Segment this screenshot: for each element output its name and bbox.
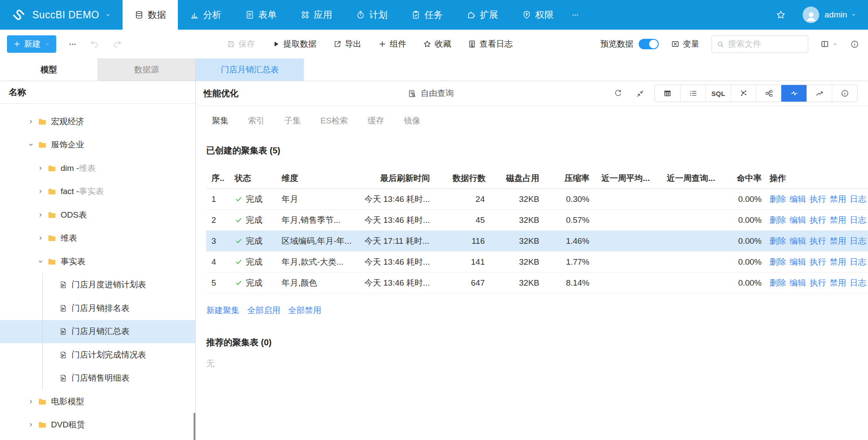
nav-tab-task[interactable]: 任务: [399, 0, 455, 30]
search-box[interactable]: [711, 35, 808, 53]
new-button[interactable]: 新建: [7, 35, 56, 53]
layout-switch-button[interactable]: [820, 40, 838, 48]
row-action-link[interactable]: 删除: [769, 235, 786, 247]
row-action-link[interactable]: 禁用: [830, 235, 846, 247]
info-view-button[interactable]: [832, 85, 857, 102]
preview-data-toggle[interactable]: [639, 39, 659, 49]
row-action-link[interactable]: 执行: [810, 277, 826, 289]
nav-tab-form[interactable]: 表单: [233, 0, 289, 30]
search-icon: [716, 40, 725, 48]
tree-item-label: 维表: [61, 232, 77, 244]
subtab-1[interactable]: 索引: [248, 115, 265, 126]
row-action-link[interactable]: 日志: [850, 256, 866, 268]
row-action-link[interactable]: 编辑: [790, 256, 806, 268]
row-action-link[interactable]: 日志: [850, 235, 866, 247]
subtab-4[interactable]: 缓存: [368, 115, 384, 126]
subtab-0[interactable]: 聚集: [212, 115, 228, 126]
list-view-button[interactable]: [680, 85, 705, 102]
relation-view-button[interactable]: [756, 85, 781, 102]
row-action-link[interactable]: 删除: [769, 194, 786, 205]
status-label: 完成: [246, 235, 262, 247]
nav-tab-extension[interactable]: 扩展: [455, 0, 510, 30]
footer-link-0[interactable]: 新建聚集: [206, 304, 239, 317]
sql-view-button[interactable]: SQL: [705, 85, 731, 102]
graph-view-button[interactable]: [731, 85, 756, 102]
footer-link-1[interactable]: 全部启用: [247, 304, 280, 317]
tree-folder[interactable]: 服饰企业: [0, 133, 195, 157]
extract-data-button[interactable]: 提取数据: [272, 38, 317, 50]
redo-button[interactable]: [112, 39, 122, 49]
row-action-link[interactable]: 日志: [850, 194, 866, 205]
tree-item-label: 事实表: [61, 256, 85, 267]
view-log-button[interactable]: 查看日志: [468, 38, 513, 50]
tree-leaf[interactable]: 门店计划完成情况表: [0, 343, 195, 367]
tree-leaf[interactable]: 门店月销汇总表: [0, 320, 195, 344]
tree-leaf[interactable]: 门店销售明细表: [0, 367, 195, 390]
component-button[interactable]: 组件: [378, 38, 406, 50]
tree-item-label: fact -: [61, 187, 79, 196]
row-action-link[interactable]: 编辑: [790, 277, 806, 289]
table-view-button[interactable]: [655, 85, 680, 102]
nav-tab-permission[interactable]: 权限: [510, 0, 565, 30]
tree-folder[interactable]: 宏观经济: [0, 110, 195, 133]
nav-tab-plan[interactable]: 计划: [344, 0, 399, 30]
tree-folder[interactable]: DVD租赁: [0, 413, 195, 437]
row-action-link[interactable]: 禁用: [830, 215, 846, 226]
row-action-link[interactable]: 执行: [810, 256, 826, 268]
row-action-link[interactable]: 执行: [810, 235, 826, 247]
brand-menu[interactable]: SuccBI DEMO: [0, 0, 123, 30]
favorite-button[interactable]: 收藏: [423, 38, 451, 50]
tree-item-label: 门店月销汇总表: [71, 326, 129, 337]
row-action-link[interactable]: 禁用: [830, 256, 846, 268]
free-query-button[interactable]: 自由查询: [408, 81, 454, 106]
refresh-button[interactable]: [613, 89, 623, 98]
row-action-link[interactable]: 编辑: [790, 215, 806, 226]
row-action-link[interactable]: 执行: [810, 215, 826, 226]
search-input[interactable]: [728, 39, 798, 49]
tree-folder[interactable]: 电影模型: [0, 390, 195, 413]
row-action-link[interactable]: 编辑: [790, 235, 806, 247]
row-action-link[interactable]: 禁用: [830, 194, 846, 205]
performance-view-button[interactable]: [781, 85, 807, 102]
nav-tab-data[interactable]: 数据: [123, 0, 178, 30]
save-button[interactable]: 保存: [227, 38, 255, 50]
row-action-link[interactable]: 删除: [769, 256, 786, 268]
row-action-link[interactable]: 编辑: [790, 194, 806, 205]
export-button[interactable]: 导出: [333, 38, 361, 50]
subtab-2[interactable]: 子集: [284, 115, 301, 126]
user-name[interactable]: admin: [824, 10, 847, 20]
row-action-link[interactable]: 删除: [769, 215, 786, 226]
tree-folder[interactable]: dim - 维表: [0, 157, 195, 180]
row-action-link[interactable]: 执行: [810, 194, 826, 205]
chevron-down-icon[interactable]: [851, 12, 857, 18]
tree-leaf[interactable]: 门店月销排名表: [0, 297, 195, 320]
subtab-5[interactable]: 镜像: [404, 115, 420, 126]
tab-datasource[interactable]: 数据源: [98, 58, 196, 81]
nav-tab-analysis[interactable]: 分析: [178, 0, 233, 30]
user-avatar[interactable]: [803, 7, 819, 23]
tab-model[interactable]: 模型: [0, 58, 98, 81]
row-action-link[interactable]: 禁用: [830, 277, 846, 289]
tree-folder[interactable]: 维表: [0, 227, 195, 250]
tree-folder[interactable]: ODS表: [0, 203, 195, 227]
variables-button[interactable]: 变量: [671, 38, 699, 50]
nav-tab-app[interactable]: 应用: [289, 0, 344, 30]
more-actions-button[interactable]: [68, 40, 77, 48]
sidebar-scrollbar[interactable]: [194, 413, 195, 440]
row-action-link[interactable]: 删除: [769, 277, 786, 289]
row-action-link[interactable]: 日志: [850, 277, 866, 289]
nav-more-button[interactable]: [572, 11, 579, 19]
footer-link-2[interactable]: 全部禁用: [288, 304, 321, 317]
tree-leaf[interactable]: 门店月度进销计划表: [0, 273, 195, 297]
trend-view-button[interactable]: [807, 85, 832, 102]
info-button[interactable]: [850, 40, 859, 49]
undo-button[interactable]: [90, 39, 99, 49]
document-tab[interactable]: 门店月销汇总表: [196, 58, 304, 81]
favorite-star-icon[interactable]: [776, 10, 786, 20]
row-action-link[interactable]: 日志: [850, 215, 866, 226]
subtab-3[interactable]: ES检索: [320, 115, 348, 126]
tree-folder[interactable]: fact - 事实表: [0, 180, 195, 204]
collapse-button[interactable]: [636, 89, 645, 98]
tree-folder[interactable]: 事实表: [0, 250, 195, 273]
tree-item-sublabel: 维表: [79, 163, 95, 174]
